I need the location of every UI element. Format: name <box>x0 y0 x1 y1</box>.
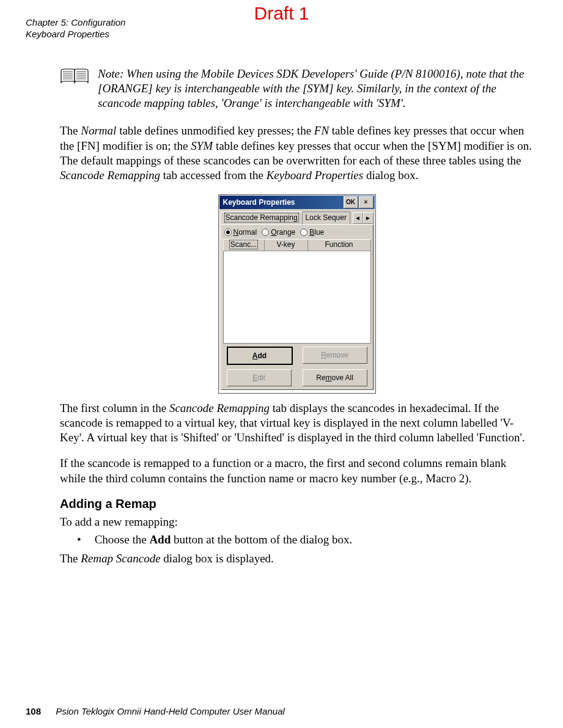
remove-button[interactable]: Remove <box>303 347 367 364</box>
close-button[interactable]: × <box>359 196 373 208</box>
paragraph-4: To add a new remapping: <box>60 515 534 529</box>
radio-orange[interactable]: Orange <box>262 228 295 237</box>
radio-normal-input[interactable] <box>224 229 232 236</box>
list-header: Scanc... V-key Function <box>223 239 371 251</box>
list-body[interactable] <box>223 251 371 344</box>
paragraph-2: The first column in the Scancode Remappi… <box>60 401 534 446</box>
dialog-titlebar: Keyboard Properties OK × <box>219 196 375 209</box>
paragraph-1: The Normal table defines unmodified key … <box>60 123 534 183</box>
remove-all-button[interactable]: Remove All <box>303 369 367 386</box>
edit-button[interactable]: Edit <box>227 369 292 386</box>
note-prefix: Note: <box>98 67 123 80</box>
dialog-title: Keyboard Properties <box>223 198 295 207</box>
column-vkey[interactable]: V-key <box>265 240 308 251</box>
section-label: Keyboard Properties <box>26 29 109 39</box>
radio-blue[interactable]: Blue <box>300 228 324 237</box>
tab-scroll-right[interactable]: ► <box>363 212 373 224</box>
radio-orange-input[interactable] <box>262 229 269 236</box>
add-button[interactable]: Add <box>227 347 293 365</box>
column-function[interactable]: Function <box>308 240 370 251</box>
tab-scroll-left[interactable]: ◄ <box>353 212 363 224</box>
tab-panel: Normal Orange Blue Scanc... V-key Functi… <box>221 224 373 390</box>
bullet-1: • Choose the Add button at the bottom of… <box>77 533 534 546</box>
dialog-screenshot: Keyboard Properties OK × Scancode Remapp… <box>60 194 534 394</box>
paragraph-3: If the scancode is remapped to a functio… <box>60 456 534 486</box>
note-text: Note: When using the Mobile Devices SDK … <box>98 67 534 110</box>
note-block: Note: When using the Mobile Devices SDK … <box>60 67 534 110</box>
note-body: When using the Mobile Devices SDK Develo… <box>98 67 524 109</box>
tab-lock-sequence[interactable]: Lock Sequer <box>302 211 350 224</box>
tab-strip: Scancode Remapping Lock Sequer ◄ ► <box>219 209 375 224</box>
chapter-label: Chapter 5: Configuration <box>26 17 125 28</box>
subheading-adding-remap: Adding a Remap <box>60 497 534 511</box>
running-header: Chapter 5: Configuration Keyboard Proper… <box>26 17 125 40</box>
radio-blue-input[interactable] <box>300 229 307 236</box>
radio-normal[interactable]: Normal <box>224 228 257 237</box>
ok-button[interactable]: OK <box>344 196 358 208</box>
bullet-marker: • <box>77 533 81 546</box>
book-icon <box>60 68 89 89</box>
paragraph-5: The Remap Scancode dialog box is display… <box>60 551 534 566</box>
tab-scancode-remapping[interactable]: Scancode Remapping <box>221 211 303 224</box>
column-scancode[interactable]: Scanc... <box>224 240 265 251</box>
